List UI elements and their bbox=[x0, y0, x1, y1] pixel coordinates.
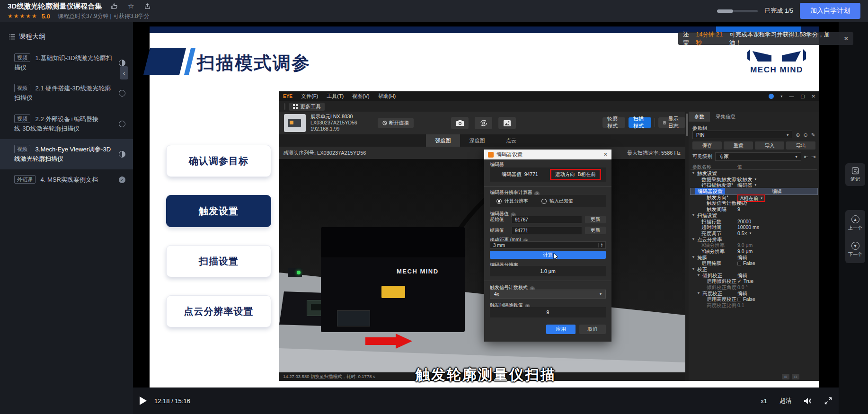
add-group-icon[interactable]: ⊕ bbox=[796, 132, 800, 138]
scan-mode-button[interactable]: 扫描模式 bbox=[629, 117, 651, 128]
count-mode-dropdown[interactable]: 4x▾ bbox=[490, 290, 606, 299]
slide-menu-button[interactable]: 确认调参目标 bbox=[166, 145, 271, 177]
previous-lesson-button[interactable]: ▲ 上一个 bbox=[845, 210, 865, 237]
expand-arrow-icon[interactable]: ▼ bbox=[691, 255, 695, 261]
collapse-all-icon[interactable]: ⇤ bbox=[804, 154, 808, 160]
account-avatar-icon[interactable] bbox=[769, 94, 774, 99]
save-button[interactable]: 保存 bbox=[692, 141, 722, 150]
view-tab[interactable]: 点云 bbox=[494, 134, 528, 147]
continuous-capture-button[interactable] bbox=[475, 117, 492, 129]
expand-arrow-icon[interactable]: ▼ bbox=[691, 266, 695, 273]
parameter-value[interactable]: ✓ 9.0 μm▾ bbox=[737, 242, 816, 248]
tab-parameters[interactable]: 参数 bbox=[689, 112, 710, 122]
course-outline-item[interactable]: 视频 3.Mech-Eye Viewer调参-3D线激光轮廓扫描仪 bbox=[0, 139, 133, 169]
import-button[interactable]: 导入 bbox=[755, 141, 784, 150]
parameter-row[interactable]: ▼ 高度校正比例 ✓ 0.1▾ bbox=[691, 302, 817, 308]
show-log-button[interactable]: 显示日志 bbox=[658, 117, 685, 128]
radio-calc-resolution[interactable]: 计算分辨率 bbox=[496, 198, 528, 204]
parameter-row[interactable]: ▼ 启用倾斜校正 ✓ True▾ bbox=[691, 278, 817, 284]
parameter-row[interactable]: ▼ 亮度调节 ✓ 0.5×▾ bbox=[691, 230, 817, 237]
expand-arrow-icon[interactable]: ▼ bbox=[691, 212, 695, 219]
parameter-value[interactable]: ✓ 0.1▾ bbox=[737, 302, 816, 308]
quality-button[interactable]: 超清 bbox=[779, 396, 792, 405]
parameter-row[interactable]: ▼ 扫描行数 ✓ 20000▾ bbox=[691, 219, 817, 225]
window-maximize-button[interactable]: ▢ bbox=[800, 94, 805, 99]
parameter-value[interactable]: ✓ 编辑▾ bbox=[737, 291, 816, 297]
menu-view[interactable]: 视图(V) bbox=[352, 93, 370, 100]
expand-arrow-icon[interactable]: ▼ bbox=[697, 291, 700, 297]
fullscreen-icon[interactable] bbox=[824, 397, 832, 405]
menu-help[interactable]: 帮助(H) bbox=[378, 93, 396, 100]
parameter-row[interactable]: ▼ 启用掩膜 ✓ False▾ bbox=[691, 260, 817, 266]
remove-group-icon[interactable]: ⊖ bbox=[804, 132, 808, 138]
parameter-row[interactable]: ▼ X轴分辨率 ✓ 9.0 μm▾ bbox=[691, 242, 817, 248]
parameter-row[interactable]: ▼ 触发间隔 ✓ 9▾ bbox=[691, 206, 817, 212]
menu-tools[interactable]: 工具(T) bbox=[327, 93, 344, 100]
window-minimize-button[interactable]: — bbox=[789, 94, 794, 99]
divisor-value[interactable]: 9 bbox=[490, 307, 606, 317]
parameter-value[interactable]: ✓ 0.0 °▾ bbox=[737, 284, 816, 291]
next-lesson-button[interactable]: ▼ 下一个 bbox=[845, 237, 865, 263]
parameter-group-select[interactable]: PIN▾ bbox=[692, 131, 792, 139]
parameter-value[interactable]: ✓ 0.5×▾ bbox=[737, 230, 816, 237]
update-end-button[interactable]: 更新 bbox=[585, 227, 606, 234]
parameter-value[interactable]: ✓ 软触发▾ bbox=[737, 176, 816, 183]
parameter-value[interactable]: ✓ 编辑▾ bbox=[737, 188, 816, 194]
parameter-row[interactable]: ▼ 校正 ✓ ▾ bbox=[691, 266, 817, 273]
like-icon[interactable] bbox=[110, 2, 118, 10]
parameter-row[interactable]: ▼ 倾斜校正角度 ✓ 0.0 °▾ bbox=[691, 284, 817, 291]
parameter-row[interactable]: ▼ 点云分辨率 ✓ ▾ bbox=[691, 237, 817, 243]
spinner-arrows-icon[interactable]: ▴▾ bbox=[598, 243, 602, 247]
parameter-value[interactable]: ✓ False▾ bbox=[737, 296, 816, 302]
camera-image-viewport[interactable]: MECH MIND bbox=[279, 159, 685, 372]
parameter-value[interactable]: ✓ 10000 ms▾ bbox=[737, 224, 816, 230]
parameter-row[interactable]: ▼ 扫描设置 ✓ ▾ bbox=[691, 212, 817, 219]
course-outline-item[interactable]: 视频 2.1 硬件搭建-3D线激光轮廓扫描仪 bbox=[0, 78, 133, 108]
viewport-scrollbar[interactable] bbox=[685, 112, 689, 381]
update-start-button[interactable]: 更新 bbox=[585, 216, 606, 223]
checkbox[interactable] bbox=[737, 298, 741, 301]
dialog-close-button[interactable]: ✕ bbox=[603, 151, 608, 158]
calculate-button[interactable]: 计算 bbox=[490, 251, 606, 259]
parameter-row[interactable]: ▼ Y轴分辨率 ✓ 9.0 μm▾ bbox=[691, 248, 817, 255]
course-outline-item[interactable]: 外链课 4. MSR实践案例文档 bbox=[0, 169, 133, 190]
distance-spinner[interactable]: 3 mm ▴▾ bbox=[490, 241, 606, 249]
parameter-value[interactable]: ✓ 20000▾ bbox=[737, 219, 816, 225]
course-outline-item[interactable]: 视频 2.2 外部设备+编码器接线-3D线激光轮廓扫描仪 bbox=[0, 109, 133, 139]
parameter-row[interactable]: ▼ 触发方向* ✓ A相在前▾ bbox=[691, 194, 817, 201]
expand-arrow-icon[interactable]: ▼ bbox=[691, 170, 695, 176]
apply-button[interactable]: 应用 bbox=[546, 325, 576, 334]
notes-button[interactable]: 笔记 bbox=[845, 163, 865, 186]
notification-close-icon[interactable]: ✕ bbox=[844, 35, 849, 42]
parameter-value[interactable]: ✓ True▾ bbox=[737, 278, 816, 284]
tab-acquisition-info[interactable]: 采集信息 bbox=[710, 112, 741, 122]
visibility-select[interactable]: 专家▾ bbox=[715, 152, 801, 161]
start-value-input[interactable]: 91767 bbox=[512, 216, 582, 223]
play-button[interactable] bbox=[140, 396, 147, 405]
join-plan-button[interactable]: 加入自学计划 bbox=[800, 3, 860, 19]
favorite-star-icon[interactable]: ☆ bbox=[127, 2, 135, 10]
parameter-row[interactable]: ▼ 触发信号计数模式 ✓ 4×▾ bbox=[691, 200, 817, 206]
playback-speed-button[interactable]: x1 bbox=[761, 397, 767, 405]
checkbox[interactable] bbox=[737, 262, 741, 265]
rename-group-icon[interactable]: ✎ bbox=[811, 132, 815, 138]
course-outline-item[interactable]: 视频 1.基础知识-3D线激光轮廓扫描仪 bbox=[0, 48, 133, 78]
scrollbar-thumb[interactable] bbox=[686, 114, 688, 136]
cancel-button[interactable]: 取消 bbox=[579, 325, 606, 334]
view-tab[interactable]: 深度图 bbox=[460, 134, 494, 147]
video-player[interactable]: 扫描模式调参 MECH MIND 确认调参目标触发设置扫描设置点云分辨率设置 E… bbox=[133, 22, 839, 414]
parameter-value[interactable]: ✓ 9▾ bbox=[737, 206, 816, 212]
volume-icon[interactable] bbox=[804, 397, 812, 405]
menu-file[interactable]: 文件(F) bbox=[301, 93, 318, 100]
slide-menu-button[interactable]: 点云分辨率设置 bbox=[166, 295, 271, 327]
account-dropdown-arrow[interactable]: ▾ bbox=[780, 94, 782, 98]
window-close-button[interactable]: ✕ bbox=[812, 94, 815, 99]
parameter-row[interactable]: ▼ 启用高度校正 ✓ False▾ bbox=[691, 296, 817, 302]
sidebar-collapse-button[interactable]: ‹ bbox=[120, 66, 128, 79]
parameter-row[interactable]: ▼ 触发设置 ✓ ▾ bbox=[691, 170, 817, 176]
image-view-button[interactable] bbox=[498, 117, 516, 129]
radio-enter-known[interactable]: 输入已知值 bbox=[541, 198, 573, 204]
share-icon[interactable] bbox=[143, 2, 151, 10]
parameter-value[interactable]: ✓ 4×▾ bbox=[737, 200, 816, 206]
expand-all-icon[interactable]: ⇥ bbox=[811, 154, 815, 160]
